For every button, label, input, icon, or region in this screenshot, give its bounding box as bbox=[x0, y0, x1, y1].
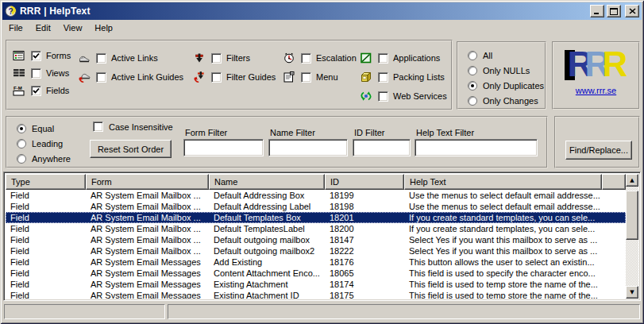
menu-file[interactable]: File bbox=[2, 21, 29, 35]
menu-edit[interactable]: Edit bbox=[29, 21, 57, 35]
radio-label-leading: Leading bbox=[32, 139, 63, 148]
filter-label-name-filter: Name Filter bbox=[268, 128, 348, 139]
checkbox-applications[interactable] bbox=[378, 53, 388, 64]
find-replace-button[interactable]: Find/Replace... bbox=[565, 141, 632, 160]
cell-id: 18176 bbox=[325, 257, 404, 267]
cell-help: This field is used to temp store the nam… bbox=[404, 280, 602, 289]
checkbox-web-services[interactable] bbox=[378, 91, 388, 102]
radio-label-all: All bbox=[483, 51, 492, 60]
table-row[interactable]: FieldAR System Email Mailbox ...Default … bbox=[6, 245, 626, 256]
checkbox-escalation[interactable] bbox=[301, 53, 311, 64]
table-header: TypeFormNameIDHelp Text bbox=[6, 174, 626, 190]
column-header-form[interactable]: Form bbox=[86, 174, 209, 190]
case-insensitive-label: Case Insensitive bbox=[109, 122, 173, 132]
table-row[interactable]: FieldAR System Email MessagesExisting At… bbox=[6, 290, 626, 299]
checkbox-filter-guides[interactable] bbox=[211, 72, 222, 83]
radio-all[interactable] bbox=[468, 51, 477, 60]
checkbox-active-links[interactable] bbox=[96, 53, 106, 64]
cell-type: Field bbox=[6, 191, 86, 200]
cell-name: Default TemplatesLabel bbox=[209, 224, 325, 233]
cell-type: Field bbox=[6, 202, 86, 211]
menu-view[interactable]: View bbox=[57, 21, 89, 35]
table-row[interactable]: FieldAR System Email Mailbox ...Default … bbox=[6, 201, 626, 212]
column-header-name[interactable]: Name bbox=[209, 174, 325, 190]
checkbox-case-insensitive[interactable] bbox=[93, 122, 103, 132]
radio-leading[interactable] bbox=[17, 139, 26, 148]
checkbox-fields[interactable] bbox=[31, 86, 41, 96]
scrollbar-thumb[interactable] bbox=[626, 191, 638, 240]
input-name-filter[interactable] bbox=[268, 139, 348, 156]
input-help-text-filter[interactable] bbox=[415, 139, 538, 156]
checkbox-filters[interactable] bbox=[211, 53, 222, 64]
checkbox-label-web-services: Web Services bbox=[393, 91, 447, 101]
column-header-help-text[interactable]: Help Text bbox=[404, 174, 602, 190]
cell-name: Add Existing bbox=[209, 257, 325, 267]
input-id-filter[interactable] bbox=[353, 139, 411, 156]
cell-name: Default outgoing mailbox2 bbox=[209, 246, 325, 256]
filter-label-form-filter: Form Filter bbox=[183, 128, 264, 139]
table-row[interactable]: FieldAR System Email MessagesAdd Existin… bbox=[6, 256, 626, 268]
minimize-button[interactable] bbox=[590, 5, 604, 17]
cell-help: If you create standard templates, you ca… bbox=[404, 224, 602, 233]
up-arrow-icon: ▲ bbox=[630, 178, 634, 183]
input-form-filter[interactable] bbox=[183, 139, 264, 156]
app-window: ? RRR | HelpText FileEditViewHelp FormsV… bbox=[0, 0, 644, 324]
cell-id: 18200 bbox=[325, 224, 404, 233]
views-icon bbox=[13, 67, 26, 79]
menu-bar: FileEditViewHelp bbox=[2, 21, 642, 36]
radio-equal[interactable] bbox=[17, 124, 26, 133]
checkbox-views[interactable] bbox=[31, 68, 41, 79]
checkbox-active-link-guides[interactable] bbox=[96, 72, 106, 83]
cell-type: Field bbox=[6, 280, 86, 289]
table-row[interactable]: FieldAR System Email MessagesContent Att… bbox=[6, 268, 626, 279]
checkbox-packing-lists[interactable] bbox=[378, 72, 388, 83]
table-row[interactable]: FieldAR System Email Mailbox ...Default … bbox=[6, 234, 626, 245]
table-row[interactable]: FieldAR System Email Mailbox ...Default … bbox=[6, 223, 626, 234]
cell-form: AR System Email Mailbox ... bbox=[86, 191, 209, 200]
table-row[interactable]: FieldAR System Email Mailbox ...Default … bbox=[6, 190, 626, 201]
radio-only-nulls[interactable] bbox=[468, 66, 477, 75]
scroll-down-button[interactable]: ▼ bbox=[626, 286, 638, 299]
radio-label-anywhere: Anywhere bbox=[32, 154, 71, 164]
checkbox-label-menu: Menu bbox=[316, 72, 338, 82]
column-header-id[interactable]: ID bbox=[325, 174, 404, 190]
table-row[interactable]: FieldAR System Email Mailbox ...Default … bbox=[6, 212, 626, 223]
scroll-up-button[interactable]: ▲ bbox=[626, 174, 638, 187]
cell-id: 18199 bbox=[325, 191, 404, 200]
cell-name: Content Attachment Enco... bbox=[209, 268, 325, 278]
checkbox-label-filter-guides: Filter Guides bbox=[226, 72, 276, 82]
radio-label-only-nulls: Only NULLs bbox=[483, 66, 530, 75]
cell-name: Existing Atachment bbox=[209, 280, 325, 289]
vertical-scrollbar: ▲ ▼ bbox=[626, 174, 638, 299]
column-header-spacer bbox=[602, 174, 626, 190]
column-header-type[interactable]: Type bbox=[6, 174, 86, 190]
scope-filter-group: AllOnly NULLsOnly DuplicatesOnly Changes bbox=[457, 41, 546, 110]
down-arrow-icon: ▼ bbox=[630, 290, 634, 295]
maximize-button[interactable] bbox=[607, 5, 621, 17]
radio-only-changes[interactable] bbox=[468, 96, 477, 106]
table-row[interactable]: FieldAR System Email MessagesExisting At… bbox=[6, 279, 626, 290]
cell-id: 18174 bbox=[325, 280, 404, 289]
menu-help[interactable]: Help bbox=[88, 21, 119, 35]
radio-label-equal: Equal bbox=[32, 124, 54, 133]
web-services-icon bbox=[360, 90, 373, 102]
cell-help: Use the menus to select default email ad… bbox=[404, 202, 602, 211]
checkbox-label-applications: Applications bbox=[393, 53, 440, 63]
radio-anywhere[interactable] bbox=[17, 154, 26, 164]
cell-help: This field is used to specify the charac… bbox=[404, 268, 602, 278]
checkbox-menu[interactable] bbox=[301, 72, 311, 83]
table-body: FieldAR System Email Mailbox ...Default … bbox=[6, 190, 626, 299]
cell-name: Default outgoing mailbox bbox=[209, 235, 325, 245]
radio-only-duplicates[interactable] bbox=[468, 81, 477, 91]
reset-sort-order-button[interactable]: Reset Sort Order bbox=[90, 140, 172, 158]
cell-type: Field bbox=[6, 213, 86, 222]
rrr-logo: RRR bbox=[553, 50, 638, 83]
website-link[interactable]: www.rrr.se bbox=[553, 86, 638, 95]
cell-form: AR System Email Messages bbox=[86, 268, 209, 278]
status-bar bbox=[2, 303, 642, 320]
checkbox-label-fields: Fields bbox=[46, 86, 69, 95]
checkbox-forms[interactable] bbox=[31, 51, 41, 61]
active-link-guide-icon bbox=[78, 71, 91, 83]
close-button[interactable] bbox=[625, 5, 639, 17]
cell-help: If you create standard templates, you ca… bbox=[404, 213, 602, 222]
